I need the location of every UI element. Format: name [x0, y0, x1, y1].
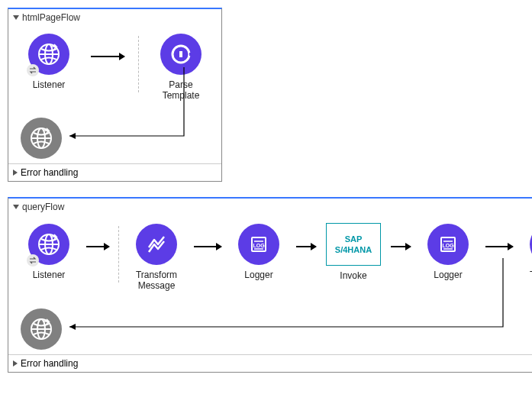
collapse-icon	[13, 15, 19, 20]
globe-icon	[28, 224, 69, 265]
flow-header[interactable]: htmlPageFlow	[8, 9, 221, 26]
arrow-icon	[391, 246, 411, 247]
sap-icon: SAP S/4HANA	[326, 223, 381, 266]
globe-icon	[21, 308, 62, 350]
arrow-icon	[86, 246, 109, 247]
error-section[interactable]: Error handling	[8, 163, 221, 181]
arrow-icon	[296, 246, 316, 247]
node-label: Listener	[33, 270, 66, 292]
source-separator	[138, 36, 139, 92]
node-invoke-sap[interactable]: SAP S/4HANA Invoke	[325, 223, 382, 293]
flow-body: Listener Parse Template	[8, 26, 221, 163]
node-listener[interactable]: Listener	[21, 224, 77, 292]
node-label: Parse Template	[153, 79, 209, 102]
collapse-icon	[13, 205, 19, 209]
node-transform-2[interactable]: Transform Message	[522, 224, 532, 292]
expand-icon	[13, 170, 18, 176]
node-response[interactable]	[21, 118, 62, 159]
arrow-icon	[194, 246, 221, 247]
node-listener[interactable]: Listener	[21, 34, 77, 102]
node-label: Transform Message	[128, 270, 185, 292]
node-transform-1[interactable]: Transform Message	[128, 224, 185, 292]
error-label: Error handling	[21, 358, 78, 369]
node-label: Logger	[434, 270, 462, 292]
flow-body: Listener Transform Message Logger SAP S/…	[8, 215, 532, 354]
logger-icon	[238, 224, 279, 265]
node-label: Logger	[244, 270, 272, 292]
node-parse-template[interactable]: Parse Template	[153, 34, 209, 102]
error-section[interactable]: Error handling	[8, 354, 532, 372]
flow-queryFlow[interactable]: queryFlow Listener Transform Message	[8, 197, 532, 373]
node-response[interactable]	[21, 308, 62, 350]
flow-row-top: Listener Transform Message Logger SAP S/…	[21, 223, 532, 293]
return-row	[21, 118, 209, 159]
logger-icon	[427, 224, 469, 265]
flow-header[interactable]: queryFlow	[8, 199, 532, 215]
node-logger-2[interactable]: Logger	[420, 224, 476, 292]
expand-icon	[13, 360, 18, 367]
parse-template-icon	[160, 34, 202, 75]
source-separator	[118, 226, 119, 283]
arrow-icon	[485, 246, 513, 247]
arrow-icon	[91, 56, 124, 57]
flow-htmlPageFlow[interactable]: htmlPageFlow Listener Parse Template	[8, 8, 222, 182]
transform-icon	[136, 224, 177, 265]
flow-title: queryFlow	[22, 202, 64, 212]
error-label: Error handling	[21, 167, 78, 178]
return-row	[21, 308, 532, 350]
globe-icon	[21, 118, 62, 159]
flow-row-top: Listener Parse Template	[21, 34, 209, 102]
svg-marker-11	[69, 133, 76, 139]
node-label: Listener	[33, 79, 66, 102]
flow-title: htmlPageFlow	[22, 12, 80, 23]
node-logger-1[interactable]: Logger	[231, 224, 287, 292]
node-label: Transform Message	[522, 270, 532, 292]
globe-icon	[28, 34, 69, 75]
svg-marker-12	[69, 324, 76, 330]
node-label: Invoke	[340, 270, 366, 293]
